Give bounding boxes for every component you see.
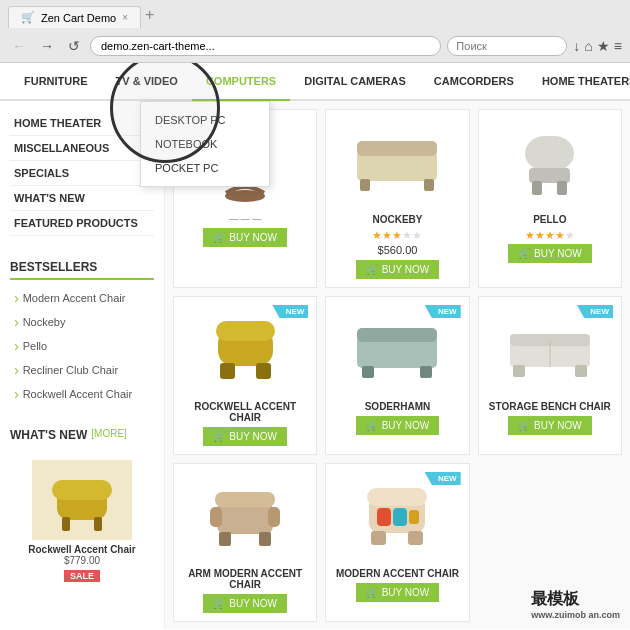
svg-rect-14 [557, 181, 567, 195]
whats-new-more-link[interactable]: [MORE] [91, 428, 127, 439]
new-tab-button[interactable]: + [145, 6, 154, 28]
product-image-soderhamn: NEW [334, 305, 460, 395]
nav-camcorders[interactable]: CAMCORDERS [420, 63, 528, 99]
buy-now-storage[interactable]: 🛒 BUY NOW [508, 416, 592, 435]
sale-label: SALE [64, 570, 100, 582]
svg-rect-35 [371, 531, 386, 545]
nav-digital-cameras[interactable]: DIGITAL CAMERAS [290, 63, 420, 99]
nockeby-stars: ★★★★★ [334, 229, 460, 242]
site-wrapper: FURNITURE TV & VIDEO COMPUTERS DIGITAL C… [0, 63, 630, 630]
nav-tv-video[interactable]: TV & VIDEO [102, 63, 192, 99]
search-bar[interactable] [447, 36, 567, 56]
browser-chrome: 🛒 Zen Cart Demo × + ← → ↺ ↓ ⌂ ★ ≡ [0, 0, 630, 63]
product-image-rockwell: NEW [182, 305, 308, 395]
buy-now-soderhamn[interactable]: 🛒 BUY NOW [356, 416, 440, 435]
address-bar[interactable] [90, 36, 441, 56]
bestseller-rockwell[interactable]: Rockwell Accent Chair [10, 382, 154, 406]
forward-button[interactable]: → [36, 36, 58, 56]
bestseller-nockeby[interactable]: Nockeby [10, 310, 154, 334]
product-image-storage: NEW [487, 305, 613, 395]
product-image-nockeby [334, 118, 460, 208]
buy-now-nockeby[interactable]: 🛒 BUY NOW [356, 260, 440, 279]
buy-now-pello[interactable]: 🛒 BUY NOW [508, 244, 592, 263]
svg-rect-21 [362, 366, 374, 378]
modern-accent-svg [357, 480, 437, 555]
svg-rect-10 [424, 179, 434, 191]
browser-tab[interactable]: 🛒 Zen Cart Demo × [8, 6, 141, 28]
product-name-nockeby: NOCKEBY [334, 214, 460, 225]
svg-rect-1 [62, 517, 70, 531]
svg-rect-9 [360, 179, 370, 191]
buy-now-modern-accent[interactable]: 🛒 BUY NOW [356, 583, 440, 602]
sidebar-item-featured-products[interactable]: FEATURED PRODUCTS [10, 211, 154, 236]
whats-new-sidebar-title: WHAT'S NEW [10, 420, 87, 446]
tab-close-button[interactable]: × [122, 12, 128, 23]
home-button[interactable]: ⌂ [584, 38, 592, 54]
svg-rect-33 [215, 492, 275, 507]
svg-rect-20 [357, 328, 437, 342]
product-name-modern-accent: MODERN ACCENT CHAIR [334, 568, 460, 579]
bestseller-modern-accent[interactable]: Modern Accent Chair [10, 286, 154, 310]
product-card-nockeby: NOCKEBY ★★★★★ $560.00 🛒 BUY NOW [325, 109, 469, 288]
product-image-arm-modern [182, 472, 308, 562]
buy-now-arm-modern[interactable]: 🛒 BUY NOW [203, 594, 287, 613]
nav-furniture[interactable]: FURNITURE [10, 63, 102, 99]
cart-icon: 🛒 [213, 232, 225, 243]
main-content: HOME THEATER MISCELLANEOUS SPECIALS WHAT… [0, 101, 630, 629]
svg-rect-40 [409, 510, 419, 524]
buy-now-rocking[interactable]: 🛒 BUY NOW [203, 228, 287, 247]
nav-home-theaters[interactable]: HOME THEATERS [528, 63, 630, 99]
svg-rect-31 [219, 532, 231, 546]
product-name-rockwell: ROCKWELL ACCENT CHAIR [182, 401, 308, 423]
svg-rect-38 [377, 508, 391, 526]
svg-rect-16 [220, 363, 235, 379]
tab-favicon: 🛒 [21, 11, 35, 24]
product-name-rocking: — — — [182, 214, 308, 224]
nockeby-price: $560.00 [334, 244, 460, 256]
dropdown-pocket-pc[interactable]: POCKET PC [141, 156, 269, 180]
dropdown-desktop-pc[interactable]: DESKTOP PC [141, 108, 269, 132]
computers-dropdown: DESKTOP PC NOTEBOOK POCKET PC [140, 101, 270, 187]
sidebar-menu: HOME THEATER MISCELLANEOUS SPECIALS WHAT… [10, 111, 154, 236]
svg-rect-36 [408, 531, 423, 545]
arm-modern-svg [205, 482, 285, 552]
sidebar-item-miscellaneous[interactable]: MISCELLANEOUS [10, 136, 154, 161]
buy-now-rockwell[interactable]: 🛒 BUY NOW [203, 427, 287, 446]
download-button[interactable]: ↓ [573, 38, 580, 54]
dropdown-notebook[interactable]: NOTEBOOK [141, 132, 269, 156]
tab-bar: 🛒 Zen Cart Demo × + [8, 6, 622, 28]
svg-rect-30 [268, 507, 280, 527]
sidebar-item-specials[interactable]: SPECIALS [10, 161, 154, 186]
new-badge-soderhamn: NEW [425, 305, 461, 318]
pello-svg [517, 126, 582, 201]
cart-icon-arm-modern: 🛒 [213, 598, 225, 609]
product-name-storage: STORAGE BENCH CHAIR [487, 401, 613, 412]
menu-button[interactable]: ≡ [614, 38, 622, 54]
back-button[interactable]: ← [8, 36, 30, 56]
watermark-line1: 最模板 [531, 589, 620, 610]
bestseller-recliner-club[interactable]: Recliner Club Chair [10, 358, 154, 382]
whats-new-section: WHAT'S NEW [MORE] Rockwell Accent Chair … [10, 420, 154, 590]
reload-button[interactable]: ↺ [64, 36, 84, 56]
svg-rect-12 [529, 168, 570, 183]
sidebar-item-whats-new[interactable]: WHAT'S NEW [10, 186, 154, 211]
product-card-storage: NEW STORAGE BENCH CHAIR 🛒 BUY NOW [478, 296, 622, 455]
bookmark-button[interactable]: ★ [597, 38, 610, 54]
bestseller-pello[interactable]: Pello [10, 334, 154, 358]
browser-toolbar: ← → ↺ ↓ ⌂ ★ ≡ [8, 32, 622, 62]
storage-svg [505, 320, 595, 380]
cart-icon-nockeby: 🛒 [366, 264, 378, 275]
svg-rect-17 [256, 363, 271, 379]
product-card-rockwell: NEW ROCKWELL ACCENT CHAIR 🛒 BUY NOW [173, 296, 317, 455]
svg-rect-32 [259, 532, 271, 546]
nockeby-svg [352, 131, 442, 196]
tab-title: Zen Cart Demo [41, 12, 116, 24]
cart-icon-modern-accent: 🛒 [366, 587, 378, 598]
whats-new-product-name: Rockwell Accent Chair [10, 544, 154, 555]
pello-stars: ★★★★★ [487, 229, 613, 242]
nav-computers[interactable]: COMPUTERS [192, 63, 290, 101]
soderhamn-svg [352, 318, 442, 383]
svg-rect-24 [513, 365, 525, 377]
sidebar-item-home-theater[interactable]: HOME THEATER [10, 111, 154, 136]
rockwell-svg [208, 313, 283, 388]
